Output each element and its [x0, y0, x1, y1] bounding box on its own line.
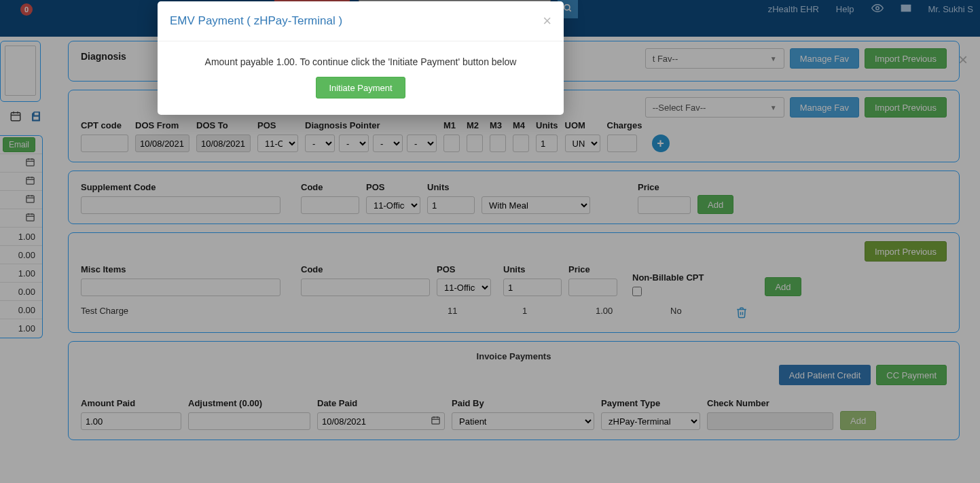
date-paid-label: Date Paid — [317, 398, 445, 408]
import-previous-button[interactable]: Import Previous — [865, 97, 947, 118]
non-billable-checkbox[interactable] — [632, 287, 642, 296]
eye-icon[interactable] — [871, 4, 884, 14]
svg-rect-8 — [26, 159, 34, 166]
misc-card: Import Previous Misc Items Code POS11-Of… — [68, 232, 960, 333]
cc-payment-button[interactable]: CC Payment — [876, 365, 947, 385]
note-box — [0, 41, 41, 102]
payment-type-select[interactable]: zHPay-Terminal — [601, 412, 700, 430]
payment-add-button[interactable]: Add — [840, 411, 876, 430]
add-patient-credit-button[interactable]: Add Patient Credit — [779, 365, 871, 385]
amount-paid-input[interactable] — [81, 412, 181, 430]
with-meal-select[interactable]: With Meal — [482, 196, 590, 214]
charges-input[interactable] — [607, 135, 637, 152]
manage-fav-button[interactable]: Manage Fav — [790, 97, 859, 118]
trash-icon[interactable] — [736, 307, 748, 322]
supp-code-label: Code — [301, 182, 359, 192]
supp-units-label: Units — [427, 182, 475, 192]
units-input[interactable] — [536, 135, 558, 152]
dos-from-input[interactable] — [135, 135, 189, 152]
left-value: 0.00 — [18, 250, 35, 260]
misc-code-label: Code — [301, 264, 430, 274]
dp3-select[interactable]: - — [373, 135, 403, 152]
cpt-code-input[interactable] — [81, 135, 128, 152]
calendar-icon[interactable] — [25, 194, 35, 206]
dos-to-input[interactable] — [196, 135, 251, 152]
svg-rect-4 — [11, 113, 20, 121]
calendar-icon[interactable] — [25, 175, 35, 187]
svg-line-1 — [569, 10, 571, 12]
payment-type-label: Payment Type — [601, 398, 700, 408]
manage-fav-button[interactable]: Manage Fav — [790, 48, 859, 69]
dp2-select[interactable]: - — [339, 135, 369, 152]
left-value: 1.00 — [18, 268, 35, 279]
payments-card: Invoice Payments Add Patient Credit CC P… — [68, 341, 960, 440]
modal-title: EMV Payment ( zHPay-Terminal ) — [170, 14, 342, 28]
help-link[interactable]: Help — [836, 4, 854, 14]
search-icon — [563, 3, 573, 15]
misc-row-name: Test Charge — [81, 306, 448, 323]
close-page-icon[interactable]: × — [958, 50, 968, 69]
date-paid-input[interactable] — [317, 412, 445, 430]
supp-pos-select[interactable]: 11-Office — [366, 196, 420, 214]
left-values-panel: Email 1.00 0.00 1.00 0.00 0.00 1.00 — [0, 135, 43, 338]
misc-units-label: Units — [503, 264, 562, 274]
initiate-payment-button[interactable]: Initiate Payment — [316, 77, 405, 99]
m3-input[interactable] — [490, 135, 506, 152]
import-previous-button[interactable]: Import Previous — [865, 241, 947, 262]
mail-icon[interactable] — [901, 4, 911, 14]
misc-row-price: 1.00 — [596, 306, 670, 323]
amount-paid-label: Amount Paid — [81, 398, 181, 408]
left-value: 0.00 — [18, 305, 35, 315]
misc-code-input[interactable] — [301, 279, 430, 296]
svg-rect-3 — [901, 5, 911, 12]
chevron-down-icon: ▼ — [770, 104, 777, 111]
m2-input[interactable] — [467, 135, 483, 152]
check-number-input[interactable] — [707, 412, 833, 430]
uom-label: UOM — [565, 120, 600, 130]
misc-units-input[interactable] — [503, 279, 562, 296]
cpt-code-label: CPT code — [81, 120, 128, 130]
pos-select[interactable]: 11-O — [257, 135, 298, 152]
m4-input[interactable] — [513, 135, 529, 152]
select-fav-label: t Fav-- — [653, 54, 678, 64]
dp1-select[interactable]: - — [305, 135, 335, 152]
supp-price-input[interactable] — [638, 196, 691, 214]
notification-badge[interactable]: 0 — [20, 3, 33, 16]
chevron-down-icon: ▼ — [770, 55, 777, 62]
calendar-icon[interactable] — [25, 212, 35, 224]
email-button[interactable]: Email — [3, 137, 35, 152]
m1-input[interactable] — [443, 135, 460, 152]
calendar-icon[interactable] — [10, 110, 22, 126]
misc-price-label: Price — [568, 264, 617, 274]
add-cpt-icon[interactable]: + — [652, 135, 670, 152]
units-label: Units — [536, 120, 558, 130]
supp-units-input[interactable] — [427, 196, 475, 214]
misc-items-input[interactable] — [81, 279, 280, 296]
uom-select[interactable]: UN — [565, 135, 600, 152]
paid-by-select[interactable]: Patient — [452, 412, 594, 430]
user-name[interactable]: Mr. Sukhi S — [928, 4, 973, 14]
adjustment-input[interactable] — [188, 412, 310, 430]
calendar-icon[interactable] — [25, 157, 35, 169]
adjustment-label: Adjustment (0.00) — [188, 398, 310, 408]
import-previous-button[interactable]: Import Previous — [865, 48, 947, 69]
misc-pos-label: POS — [437, 264, 491, 274]
left-value: 0.00 — [18, 287, 35, 297]
select-fav-dropdown[interactable]: --Select Fav-- ▼ — [645, 97, 784, 118]
select-fav-dropdown[interactable]: t Fav-- ▼ — [645, 48, 784, 69]
calendar-icon[interactable] — [431, 415, 441, 427]
supp-code-input[interactable] — [301, 196, 359, 214]
dp4-select[interactable]: - — [407, 135, 437, 152]
misc-add-button[interactable]: Add — [765, 277, 801, 296]
misc-row-units: 1 — [522, 306, 596, 323]
misc-pos-select[interactable]: 11-Office — [437, 279, 491, 296]
misc-price-input[interactable] — [568, 279, 617, 296]
check-number-label: Check Number — [707, 398, 833, 408]
modal-close-icon[interactable]: × — [543, 12, 551, 30]
diagnosis-pointer-label: Diagnosis Pointer — [305, 120, 437, 130]
supplement-code-input[interactable] — [81, 196, 280, 214]
supplement-add-button[interactable]: Add — [697, 195, 733, 214]
note-textarea[interactable] — [5, 46, 36, 96]
m3-label: M3 — [490, 120, 506, 130]
save-icon[interactable] — [30, 110, 42, 126]
